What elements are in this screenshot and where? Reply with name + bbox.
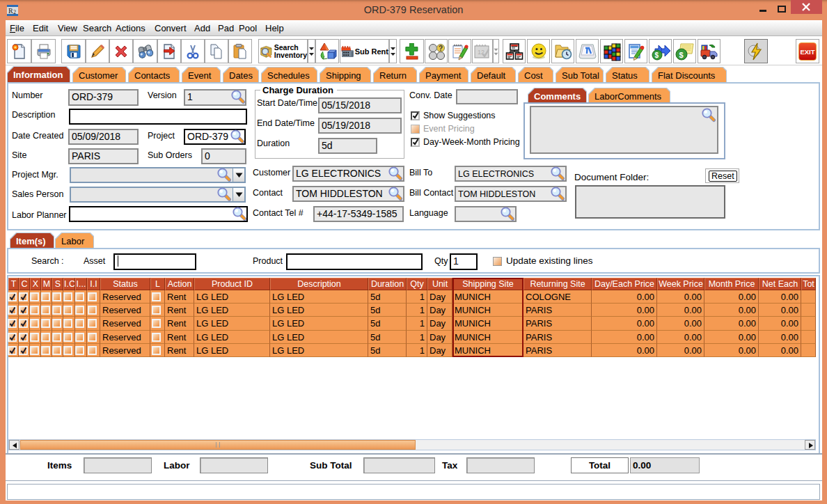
svg-text:$: $ bbox=[654, 52, 659, 59]
svg-text:$: $ bbox=[679, 50, 683, 58]
svg-text:?: ? bbox=[439, 45, 443, 52]
